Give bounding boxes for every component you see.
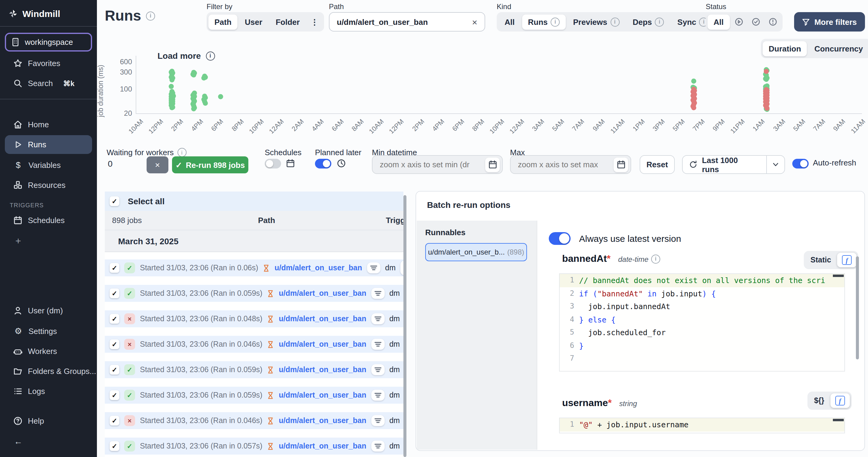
run-path-link[interactable]: u/dm/alert_on_user_ban: [275, 264, 362, 272]
min-datetime-picker-button[interactable]: [485, 157, 500, 172]
editor-scrollbar[interactable]: [833, 275, 844, 277]
collapse-sidebar-button[interactable]: ←: [5, 432, 92, 451]
run-path-link[interactable]: u/dm/alert_on_user_ban: [279, 417, 366, 425]
run-path-link[interactable]: u/dm/alert_on_user_ban: [279, 340, 366, 348]
status-tab-success[interactable]: [748, 15, 764, 29]
table-row[interactable]: ✓✓Started 31/03, 23:06 (Ran in 0.059s)u/…: [105, 361, 403, 378]
rerun-jobs-button[interactable]: ✓ Re-run 898 jobs: [172, 156, 248, 173]
path-filter-input[interactable]: [336, 17, 471, 27]
scatter-point-success[interactable]: [191, 106, 196, 112]
filter-more-menu[interactable]: ⋮: [307, 14, 322, 29]
max-datetime-picker-button[interactable]: [614, 157, 628, 172]
row-filter-button[interactable]: [371, 364, 384, 375]
scatter-point-success[interactable]: [169, 105, 175, 110]
filter-tab-path[interactable]: Path: [208, 14, 238, 29]
run-path-link[interactable]: u/dm/alert_on_user_ban: [279, 391, 366, 399]
run-path-link[interactable]: u/dm/alert_on_user_ban: [279, 315, 366, 323]
sidebar-item-variables[interactable]: $ Variables: [5, 155, 92, 175]
row-checkbox[interactable]: ✓: [110, 339, 119, 349]
scatter-point-failure[interactable]: [764, 69, 769, 74]
reset-button[interactable]: Reset: [640, 155, 675, 174]
bannedat-mode-function[interactable]: f: [837, 253, 857, 267]
runs-range-chevron-button[interactable]: [766, 156, 784, 173]
kind-tab-deps[interactable]: Depsi: [627, 14, 670, 29]
panel-resize-handle[interactable]: [403, 195, 406, 457]
scatter-point-success[interactable]: [191, 73, 196, 78]
sidebar-item-folders-groups[interactable]: Folders & Groups...: [5, 362, 92, 381]
sidebar-item-settings[interactable]: ⚙ Settings: [5, 321, 92, 341]
code-line[interactable]: 7: [560, 352, 844, 365]
sidebar-item-help[interactable]: Help: [5, 411, 92, 430]
cancel-selection-button[interactable]: ×: [147, 156, 168, 173]
status-tab-failure[interactable]: [765, 15, 780, 29]
sidebar-item-schedules[interactable]: Schedules: [5, 211, 92, 230]
info-icon[interactable]: i: [146, 11, 155, 20]
code-line[interactable]: 1"@" + job.input.username: [560, 418, 844, 431]
editor-scrollbar[interactable]: [833, 419, 844, 421]
sidebar-item-favorites[interactable]: Favorites: [5, 54, 92, 73]
username-code-editor[interactable]: 1"@" + job.input.username: [559, 418, 845, 433]
always-latest-toggle[interactable]: [549, 232, 570, 245]
select-all-checkbox[interactable]: ✓: [110, 196, 119, 206]
sidebar-item-logs[interactable]: Logs: [5, 382, 92, 401]
scatter-point-success[interactable]: [764, 77, 769, 82]
code-line[interactable]: 1// bannedAt does not exist on all versi…: [560, 274, 844, 287]
filter-tab-user[interactable]: User: [239, 14, 268, 29]
code-line[interactable]: 5 job.scheduled_for: [560, 326, 844, 339]
username-mode-template[interactable]: ${}: [809, 394, 829, 407]
kind-tab-previews[interactable]: Previewsi: [567, 14, 625, 29]
max-datetime-input[interactable]: [517, 160, 614, 170]
row-filter-button[interactable]: [371, 288, 384, 299]
row-filter-button[interactable]: [371, 313, 384, 324]
scatter-point-success[interactable]: [691, 79, 696, 84]
add-trigger-button[interactable]: +: [5, 231, 92, 252]
more-filters-button[interactable]: More filters: [794, 12, 865, 31]
sidebar-item-runs[interactable]: Runs: [5, 135, 92, 154]
bannedat-mode-static[interactable]: Static: [806, 253, 836, 267]
row-filter-button[interactable]: [367, 262, 380, 273]
table-row[interactable]: ✓×Started 31/03, 23:06 (Ran in 0.048s)u/…: [105, 310, 403, 327]
row-filter-button[interactable]: [371, 339, 384, 350]
row-filter-button[interactable]: [371, 415, 384, 426]
row-filter-button[interactable]: [371, 390, 384, 401]
run-path-link[interactable]: u/dm/alert_on_user_ban: [279, 289, 366, 297]
table-row[interactable]: ✓×Started 31/03, 23:06 (Ran in 0.046s)u/…: [105, 336, 403, 353]
row-checkbox[interactable]: ✓: [110, 288, 119, 298]
row-checkbox[interactable]: ✓: [110, 365, 119, 375]
run-path-link[interactable]: u/dm/alert_on_user_ban: [279, 366, 366, 374]
row-checkbox[interactable]: ✓: [110, 263, 119, 273]
table-row[interactable]: ✓✓Started 31/03, 23:06 (Ran in 0.06s)u/d…: [105, 259, 403, 276]
min-datetime-input[interactable]: [379, 160, 485, 170]
status-tab-all[interactable]: All: [708, 14, 730, 29]
row-checkbox[interactable]: ✓: [110, 314, 119, 324]
clear-path-icon[interactable]: ×: [471, 17, 478, 27]
sidebar-item-home[interactable]: Home: [5, 115, 92, 134]
scatter-point-failure[interactable]: [765, 106, 770, 111]
run-path-link[interactable]: u/dm/alert_on_user_ban: [279, 442, 366, 450]
row-checkbox[interactable]: ✓: [110, 390, 119, 400]
code-line[interactable]: 6}: [560, 339, 844, 352]
auto-refresh-toggle[interactable]: [792, 159, 809, 169]
scatter-point-success[interactable]: [203, 101, 208, 106]
table-row[interactable]: ✓✓Started 31/03, 23:06 (Ran in 0.057s)u/…: [105, 437, 403, 455]
username-mode-function[interactable]: f: [830, 393, 849, 408]
scatter-point-failure[interactable]: [691, 105, 696, 110]
row-filter-button[interactable]: [371, 440, 384, 452]
schedules-toggle[interactable]: [265, 159, 281, 169]
runnable-item[interactable]: u/dm/alert_on_user_b... (898): [425, 243, 527, 261]
bannedat-code-editor[interactable]: 1// bannedAt does not exist on all versi…: [559, 273, 845, 372]
table-row[interactable]: ✓✓Started 31/03, 23:06 (Ran in 0.059s)u/…: [105, 285, 403, 302]
code-line[interactable]: 4} else {: [560, 313, 844, 326]
row-action-button[interactable]: [400, 261, 403, 275]
filter-tab-folder[interactable]: Folder: [270, 14, 306, 29]
code-line[interactable]: 2if ("bannedAt" in job.input) {: [560, 287, 844, 300]
panel-scrollbar[interactable]: [856, 256, 859, 360]
row-checkbox[interactable]: ✓: [110, 416, 119, 426]
runs-range-dropdown[interactable]: Last 1000 runs: [682, 155, 785, 174]
sidebar-item-workers[interactable]: Workers: [5, 342, 92, 361]
table-row[interactable]: ✓×Started 31/03, 23:06 (Ran in 0.046s)u/…: [105, 412, 403, 429]
scatter-point-success[interactable]: [202, 76, 207, 81]
kind-tab-runs[interactable]: Runsi: [522, 14, 566, 29]
workspace-switcher[interactable]: workingspace: [5, 33, 92, 52]
kind-tab-all[interactable]: All: [498, 14, 521, 29]
